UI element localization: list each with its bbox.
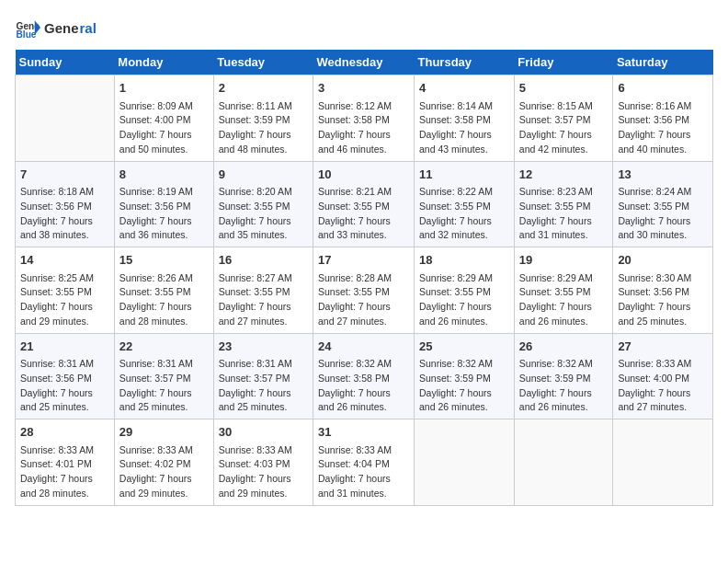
column-header-sunday: Sunday [16, 50, 115, 75]
day-number: 12 [519, 166, 609, 184]
day-number: 13 [618, 166, 708, 184]
calendar-cell: 3Sunrise: 8:12 AMSunset: 3:58 PMDaylight… [313, 75, 415, 162]
calendar-cell: 17Sunrise: 8:28 AMSunset: 3:55 PMDayligh… [313, 247, 415, 334]
calendar-cell: 10Sunrise: 8:21 AMSunset: 3:55 PMDayligh… [313, 161, 415, 247]
day-number: 9 [219, 166, 308, 184]
day-number: 29 [119, 423, 209, 442]
day-number: 30 [219, 423, 308, 442]
calendar-cell: 15Sunrise: 8:26 AMSunset: 3:55 PMDayligh… [114, 247, 213, 334]
day-number: 19 [519, 251, 609, 270]
day-number: 16 [219, 251, 308, 270]
day-number: 11 [419, 166, 509, 184]
day-info: Sunrise: 8:11 AMSunset: 3:59 PMDaylight:… [219, 99, 308, 157]
day-number: 3 [318, 79, 409, 98]
day-number: 21 [20, 338, 109, 356]
calendar-cell: 9Sunrise: 8:20 AMSunset: 3:55 PMDaylight… [213, 161, 313, 247]
calendar-cell: 4Sunrise: 8:14 AMSunset: 3:58 PMDaylight… [415, 75, 515, 162]
day-info: Sunrise: 8:29 AMSunset: 3:55 PMDaylight:… [519, 271, 609, 329]
calendar-cell: 7Sunrise: 8:18 AMSunset: 3:56 PMDaylight… [16, 161, 115, 247]
day-number: 28 [20, 423, 109, 442]
calendar-cell: 12Sunrise: 8:23 AMSunset: 3:55 PMDayligh… [514, 161, 613, 247]
column-header-thursday: Thursday [415, 50, 515, 75]
day-number: 8 [119, 166, 209, 184]
calendar-cell: 27Sunrise: 8:33 AMSunset: 4:00 PMDayligh… [613, 333, 713, 419]
calendar-cell: 21Sunrise: 8:31 AMSunset: 3:56 PMDayligh… [16, 333, 115, 419]
calendar-cell: 8Sunrise: 8:19 AMSunset: 3:56 PMDaylight… [114, 161, 213, 247]
calendar-cell: 14Sunrise: 8:25 AMSunset: 3:55 PMDayligh… [16, 247, 115, 334]
day-info: Sunrise: 8:33 AMSunset: 4:00 PMDaylight:… [618, 357, 708, 415]
day-number: 22 [119, 338, 209, 356]
day-number: 20 [618, 251, 708, 270]
calendar-cell: 20Sunrise: 8:30 AMSunset: 3:56 PMDayligh… [613, 247, 713, 334]
day-info: Sunrise: 8:31 AMSunset: 3:57 PMDaylight:… [219, 357, 308, 415]
day-number: 23 [219, 338, 308, 356]
day-number: 6 [618, 79, 708, 98]
svg-text:Blue: Blue [17, 29, 37, 40]
calendar-cell: 2Sunrise: 8:11 AMSunset: 3:59 PMDaylight… [213, 75, 313, 162]
logo: Gene Blue Gene ral [15, 15, 97, 40]
calendar-cell: 23Sunrise: 8:31 AMSunset: 3:57 PMDayligh… [213, 333, 313, 419]
day-info: Sunrise: 8:31 AMSunset: 3:56 PMDaylight:… [20, 357, 109, 415]
logo-general: Gene [44, 20, 79, 36]
day-info: Sunrise: 8:19 AMSunset: 3:56 PMDaylight:… [119, 185, 209, 243]
calendar-table: SundayMondayTuesdayWednesdayThursdayFrid… [15, 50, 713, 506]
column-header-tuesday: Tuesday [213, 50, 313, 75]
column-header-row: SundayMondayTuesdayWednesdayThursdayFrid… [16, 50, 713, 75]
day-number: 4 [419, 79, 509, 98]
day-info: Sunrise: 8:26 AMSunset: 3:55 PMDaylight:… [119, 271, 209, 329]
day-number: 2 [219, 79, 308, 98]
day-info: Sunrise: 8:30 AMSunset: 3:56 PMDaylight:… [618, 271, 708, 329]
day-info: Sunrise: 8:28 AMSunset: 3:55 PMDaylight:… [318, 271, 409, 329]
calendar-cell: 24Sunrise: 8:32 AMSunset: 3:58 PMDayligh… [313, 333, 415, 419]
calendar-cell: 1Sunrise: 8:09 AMSunset: 4:00 PMDaylight… [114, 75, 213, 162]
calendar-cell: 5Sunrise: 8:15 AMSunset: 3:57 PMDaylight… [514, 75, 613, 162]
column-header-saturday: Saturday [613, 50, 713, 75]
week-row-2: 7Sunrise: 8:18 AMSunset: 3:56 PMDaylight… [16, 161, 713, 247]
calendar-cell: 11Sunrise: 8:22 AMSunset: 3:55 PMDayligh… [415, 161, 515, 247]
day-number: 17 [318, 251, 409, 270]
day-info: Sunrise: 8:16 AMSunset: 3:56 PMDaylight:… [618, 99, 708, 157]
calendar-cell: 28Sunrise: 8:33 AMSunset: 4:01 PMDayligh… [16, 419, 115, 506]
day-info: Sunrise: 8:09 AMSunset: 4:00 PMDaylight:… [119, 99, 209, 157]
calendar-cell: 13Sunrise: 8:24 AMSunset: 3:55 PMDayligh… [613, 161, 713, 247]
calendar-cell [415, 419, 515, 506]
day-number: 26 [519, 338, 609, 356]
day-number: 31 [318, 423, 409, 442]
day-info: Sunrise: 8:21 AMSunset: 3:55 PMDaylight:… [318, 185, 409, 243]
calendar-cell: 19Sunrise: 8:29 AMSunset: 3:55 PMDayligh… [514, 247, 613, 334]
calendar-cell [613, 419, 713, 506]
day-number: 1 [119, 79, 209, 98]
day-info: Sunrise: 8:27 AMSunset: 3:55 PMDaylight:… [219, 271, 308, 329]
day-number: 10 [318, 166, 409, 184]
calendar-cell: 18Sunrise: 8:29 AMSunset: 3:55 PMDayligh… [415, 247, 515, 334]
day-number: 24 [318, 338, 409, 356]
day-info: Sunrise: 8:23 AMSunset: 3:55 PMDaylight:… [519, 185, 609, 243]
logo-blue: ral [80, 20, 97, 36]
calendar-cell: 30Sunrise: 8:33 AMSunset: 4:03 PMDayligh… [213, 419, 313, 506]
day-info: Sunrise: 8:33 AMSunset: 4:03 PMDaylight:… [219, 443, 308, 501]
day-info: Sunrise: 8:33 AMSunset: 4:02 PMDaylight:… [119, 443, 209, 501]
week-row-5: 28Sunrise: 8:33 AMSunset: 4:01 PMDayligh… [16, 419, 713, 506]
day-number: 18 [419, 251, 509, 270]
column-header-wednesday: Wednesday [313, 50, 415, 75]
calendar-cell: 6Sunrise: 8:16 AMSunset: 3:56 PMDaylight… [613, 75, 713, 162]
day-number: 27 [618, 338, 708, 356]
calendar-cell: 16Sunrise: 8:27 AMSunset: 3:55 PMDayligh… [213, 247, 313, 334]
calendar-cell: 29Sunrise: 8:33 AMSunset: 4:02 PMDayligh… [114, 419, 213, 506]
calendar-cell: 26Sunrise: 8:32 AMSunset: 3:59 PMDayligh… [514, 333, 613, 419]
day-info: Sunrise: 8:31 AMSunset: 3:57 PMDaylight:… [119, 357, 209, 415]
day-info: Sunrise: 8:32 AMSunset: 3:59 PMDaylight:… [419, 357, 509, 415]
column-header-friday: Friday [514, 50, 613, 75]
day-number: 5 [519, 79, 609, 98]
week-row-1: 1Sunrise: 8:09 AMSunset: 4:00 PMDaylight… [16, 75, 713, 162]
logo-icon: Gene Blue [15, 15, 40, 40]
day-number: 14 [20, 251, 109, 270]
week-row-4: 21Sunrise: 8:31 AMSunset: 3:56 PMDayligh… [16, 333, 713, 419]
day-info: Sunrise: 8:32 AMSunset: 3:59 PMDaylight:… [519, 357, 609, 415]
calendar-cell [514, 419, 613, 506]
day-info: Sunrise: 8:14 AMSunset: 3:58 PMDaylight:… [419, 99, 509, 157]
day-info: Sunrise: 8:33 AMSunset: 4:04 PMDaylight:… [318, 443, 409, 501]
week-row-3: 14Sunrise: 8:25 AMSunset: 3:55 PMDayligh… [16, 247, 713, 334]
day-info: Sunrise: 8:22 AMSunset: 3:55 PMDaylight:… [419, 185, 509, 243]
page-header: Gene Blue Gene ral [15, 15, 713, 40]
